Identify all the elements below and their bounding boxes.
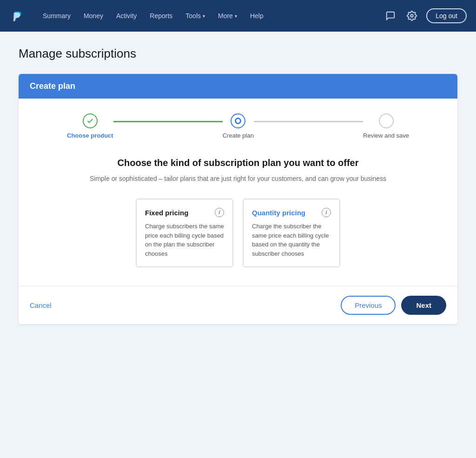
card-header-title: Create plan [30,81,75,91]
nav-links: Summary Money Activity Reports Tools ▾ M… [37,8,383,23]
next-button[interactable]: Next [401,296,446,315]
create-plan-card: Create plan Choose product [19,74,457,324]
navbar: Summary Money Activity Reports Tools ▾ M… [0,0,476,32]
stepper: Choose product Create plan Review and sa [30,113,446,139]
nav-more[interactable]: More ▾ [212,8,243,23]
card-footer: Cancel Previous Next [19,286,457,324]
step-2-label: Create plan [223,132,254,139]
quantity-pricing-card[interactable]: Quantity pricing i Charge the subscriber… [243,199,340,267]
card-body: Choose product Create plan Review and sa [19,99,457,286]
nav-reports[interactable]: Reports [144,8,178,23]
fixed-pricing-info-icon[interactable]: i [215,208,224,217]
nav-summary[interactable]: Summary [37,8,76,23]
footer-right: Previous Next [341,296,446,315]
settings-icon-button[interactable] [405,9,419,23]
paypal-logo [9,7,26,24]
step-connector-1 [113,121,223,122]
previous-button[interactable]: Previous [341,296,396,315]
fixed-pricing-header: Fixed pricing i [145,208,224,217]
plan-options: Fixed pricing i Charge subscribers the s… [30,199,446,267]
fixed-pricing-desc: Charge subscribers the same price each b… [145,222,224,258]
quantity-pricing-title: Quantity pricing [252,209,305,217]
card-header: Create plan [19,74,457,99]
nav-tools[interactable]: Tools ▾ [180,8,211,23]
logout-button[interactable]: Log out [426,8,467,23]
nav-money[interactable]: Money [78,8,109,23]
step-choose-product: Choose product [67,113,113,139]
quantity-pricing-info-icon[interactable]: i [322,208,331,217]
step-create-plan: Create plan [223,113,254,139]
fixed-pricing-title: Fixed pricing [145,209,188,217]
nav-help[interactable]: Help [245,8,269,23]
step-3-label: Review and save [363,132,409,139]
quantity-pricing-desc: Charge the subscriber the same price eac… [252,222,331,258]
step-review-save: Review and save [363,113,409,139]
step-connector-2 [254,121,363,122]
section-subtitle: Simple or sophisticated – tailor plans t… [30,174,446,184]
step-1-label: Choose product [67,132,113,139]
page-title: Manage subscriptions [19,46,457,61]
navbar-actions: Log out [383,8,467,23]
section-title: Choose the kind of subscription plan you… [30,158,446,168]
step-3-circle [379,113,394,128]
cancel-button[interactable]: Cancel [30,301,52,309]
step-1-circle [83,113,98,128]
step-2-inner [235,118,241,124]
nav-activity[interactable]: Activity [111,8,142,23]
fixed-pricing-card[interactable]: Fixed pricing i Charge subscribers the s… [136,199,233,267]
svg-point-0 [411,14,414,17]
step-2-circle [231,113,245,128]
message-icon-button[interactable] [383,9,397,23]
quantity-pricing-header: Quantity pricing i [252,208,331,217]
main-content: Manage subscriptions Create plan Choose … [0,32,476,339]
